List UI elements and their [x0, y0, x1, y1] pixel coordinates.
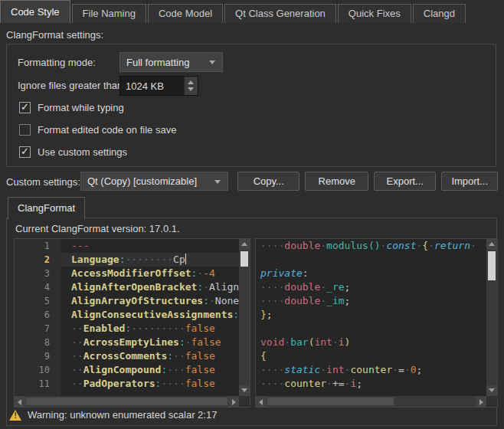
arrow-right-icon — [479, 399, 483, 405]
ignore-files-spinbox[interactable]: 1024 KB — [119, 76, 198, 96]
scroll-up-button[interactable] — [239, 239, 250, 250]
code-line[interactable] — [256, 322, 486, 336]
code-text: ··Enabled:·········false — [61, 322, 239, 336]
token-num: 0 — [411, 364, 417, 375]
code-text: ····counter·+=·i; — [256, 377, 486, 391]
scroll-down-button[interactable] — [239, 385, 250, 396]
arrow-left-icon — [18, 399, 21, 405]
code-text: --- — [61, 239, 239, 253]
group-title: ClangFormat settings: — [6, 29, 103, 41]
tab-file-naming[interactable]: File Naming — [72, 4, 146, 23]
code-line[interactable]: }; — [256, 308, 486, 322]
scroll-down-button[interactable] — [486, 385, 497, 396]
code-line[interactable]: 4AlignAfterOpenBracket:·Align — [15, 280, 239, 294]
yaml-config-editor[interactable]: 1---2Language:········Cp3AccessModifierO… — [14, 238, 250, 408]
vertical-scrollbar-thumb[interactable] — [241, 251, 248, 267]
code-line[interactable]: 8··AcrossEmptyLines:·false — [15, 336, 239, 349]
code-line[interactable]: 6AlignConsecutiveAssignments: — [15, 308, 239, 322]
code-line[interactable]: 11··PadOperators:····false — [15, 377, 239, 391]
scroll-left-button[interactable] — [256, 396, 267, 407]
code-text: ··AlignCompound:···false — [61, 363, 239, 377]
code-line[interactable]: ····counter·+=·i; — [256, 377, 486, 391]
vertical-scrollbar-thumb[interactable] — [488, 251, 496, 280]
import-button[interactable]: Import... — [441, 172, 498, 191]
code-area[interactable]: 1---2Language:········Cp3AccessModifierO… — [15, 239, 239, 396]
custom-settings-label: Custom settings: — [6, 176, 80, 188]
line-number: 7 — [15, 322, 61, 336]
token-colon: : — [233, 309, 239, 320]
code-line[interactable]: private: — [256, 267, 486, 280]
code-line[interactable]: ····static·int·counter·=·0; — [256, 363, 486, 377]
scroll-left-button[interactable] — [15, 396, 25, 407]
horizontal-scrollbar-thumb[interactable] — [26, 398, 227, 405]
cpp-preview-editor[interactable]: ····double·modulus()·const·{·return·priv… — [255, 238, 498, 408]
scroll-right-button[interactable] — [476, 396, 486, 407]
token-ws: ·· — [71, 323, 83, 334]
code-line[interactable]: 9··AcrossComments:··false — [15, 349, 239, 363]
token-plain: = — [398, 364, 404, 375]
code-line[interactable]: { — [256, 349, 486, 363]
text-cursor — [185, 254, 186, 264]
token-plain: ; — [356, 378, 362, 389]
clangformat-settings-group: Formatting mode: Full formatting Ignore … — [6, 44, 496, 167]
vertical-scrollbar[interactable] — [486, 239, 497, 396]
spinbox-buttons[interactable] — [184, 77, 198, 95]
token-ws: · — [185, 336, 191, 348]
code-line[interactable]: 3AccessModifierOffset:·-4 — [15, 267, 239, 280]
token-key: AlignCompound — [83, 364, 162, 375]
code-area[interactable]: ····double·modulus()·const·{·return·priv… — [256, 239, 486, 396]
code-line[interactable]: 7··Enabled:·········false — [15, 322, 239, 336]
warning-bar: ! Warning: unknown enumerated scalar 2:1… — [9, 409, 217, 421]
remove-button[interactable]: Remove — [305, 172, 368, 191]
checkbox-use-custom-settings[interactable]: ✓ — [19, 146, 31, 158]
tab-qt-class-generation[interactable]: Qt Class Generation — [224, 4, 336, 23]
tab-quick-fixes[interactable]: Quick Fixes — [338, 4, 411, 23]
token-bool: false — [185, 378, 215, 389]
code-line[interactable]: void·bar(int·i) — [256, 336, 486, 349]
token-doc: --- — [71, 240, 89, 251]
formatting-mode-combobox[interactable]: Full formatting — [119, 52, 223, 72]
token-kw: static — [284, 364, 320, 375]
scroll-up-button[interactable] — [486, 239, 497, 250]
horizontal-scrollbar[interactable] — [256, 396, 486, 407]
token-func: _re — [326, 281, 344, 293]
code-line[interactable]: 2Language:········Cp — [15, 253, 239, 267]
token-kw: const — [386, 240, 416, 251]
token-ws: · — [428, 240, 434, 251]
token-ws: ·· — [71, 336, 83, 348]
horizontal-scrollbar[interactable] — [15, 396, 239, 407]
token-ws: ···· — [260, 364, 284, 375]
tab-code-style[interactable]: Code Style — [0, 0, 70, 23]
horizontal-scrollbar-thumb[interactable] — [267, 398, 394, 405]
token-key: Enabled — [83, 323, 126, 334]
token-colon: : — [203, 295, 209, 306]
copy-button[interactable]: Copy... — [237, 172, 299, 191]
code-text: AlignArrayOfStructures:·None — [61, 294, 239, 308]
code-line[interactable]: ····double·modulus()·const·{·return· — [256, 239, 486, 253]
arrow-left-icon — [259, 399, 263, 405]
tab-clangformat[interactable]: ClangFormat — [8, 197, 85, 219]
code-line[interactable]: 10··AlignCompound:···false — [15, 363, 239, 377]
checkbox-format-edited-code-on-file-save[interactable]: ✓ — [19, 124, 31, 136]
token-ws: · — [326, 378, 332, 389]
code-line[interactable]: 5AlignArrayOfStructures:·None — [15, 294, 239, 308]
chevron-down-icon — [209, 61, 215, 64]
checkbox-format-while-typing[interactable]: ✓ — [19, 102, 31, 113]
export-button[interactable]: Export... — [374, 172, 436, 191]
scroll-right-button[interactable] — [228, 396, 239, 407]
custom-settings-combobox[interactable]: Qt (Copy) [customizable] — [80, 172, 228, 191]
line-number: 10 — [15, 363, 61, 377]
token-brace: ) — [345, 336, 351, 348]
tab-clangd[interactable]: Clangd — [413, 4, 466, 23]
token-ws: · — [320, 295, 326, 306]
code-line[interactable]: 1--- — [15, 239, 239, 253]
tab-code-model[interactable]: Code Model — [148, 4, 223, 23]
code-line[interactable]: ····double·_re; — [256, 280, 486, 294]
spin-up-icon[interactable] — [188, 80, 194, 84]
vertical-scrollbar[interactable] — [239, 239, 250, 396]
code-line[interactable] — [256, 253, 486, 267]
spin-down-icon[interactable] — [188, 87, 194, 91]
token-type: double — [284, 240, 320, 251]
code-line[interactable]: ····double·_im; — [256, 294, 486, 308]
token-plain: ; — [417, 364, 423, 375]
